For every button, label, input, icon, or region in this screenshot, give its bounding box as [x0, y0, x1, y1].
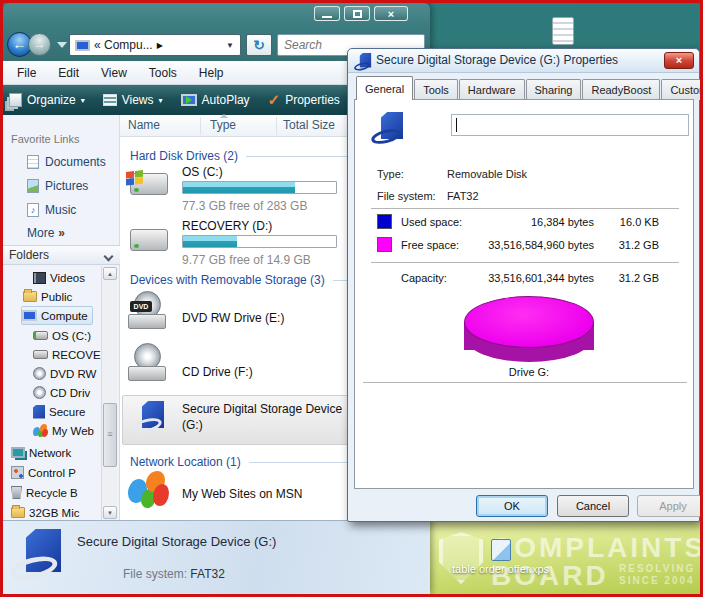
organize-label: Organize: [27, 93, 76, 107]
tab-general[interactable]: General: [356, 76, 413, 100]
tree-item-videos[interactable]: Videos: [33, 268, 85, 287]
sidebar-item-music[interactable]: ♪ Music: [27, 203, 76, 217]
msn-butterfly-icon[interactable]: [128, 471, 172, 511]
scroll-up-icon[interactable]: ▲: [103, 267, 117, 280]
minimize-button[interactable]: [314, 6, 340, 21]
tree-item-secure-digital[interactable]: Secure: [33, 402, 85, 421]
properties-dialog: Secure Digital Storage Device (G:) Prope…: [347, 48, 700, 522]
dvd-drive-icon[interactable]: DVD: [128, 291, 168, 331]
tree-item-recycle-bin[interactable]: Recycle B: [11, 483, 78, 502]
tree-item-network[interactable]: Network: [11, 443, 71, 462]
capacity-bar: [182, 235, 337, 248]
sidebar-more-link[interactable]: More»: [27, 226, 65, 240]
device-name-line1[interactable]: Secure Digital Storage Device: [182, 402, 342, 416]
maximize-button[interactable]: [344, 6, 370, 21]
watermark-subtext: SINCE 2004: [619, 576, 695, 586]
xps-file-icon: [491, 539, 511, 561]
cancel-button[interactable]: Cancel: [557, 495, 629, 517]
dvd-drive-icon: [33, 367, 46, 380]
autoplay-button[interactable]: AutoPlay: [181, 93, 250, 107]
computer-icon: [75, 40, 90, 51]
breadcrumb-arrow-icon[interactable]: ▶: [157, 41, 163, 50]
device-name[interactable]: CD Drive (F:): [182, 365, 253, 379]
free-space-swatch: [377, 237, 392, 252]
details-title: Secure Digital Storage Device (G:): [77, 534, 276, 549]
capacity-bar: [182, 181, 337, 194]
favorite-links-header: Favorite Links: [11, 133, 79, 145]
videos-icon: [33, 272, 46, 284]
sort-ascending-icon: [220, 114, 228, 118]
dialog-title-bar[interactable]: Secure Digital Storage Device (G:) Prope…: [348, 49, 699, 73]
folder-tree: Videos Public Compute OS (C:) RECOVE DVD…: [3, 266, 101, 520]
views-icon: [103, 94, 117, 106]
views-button[interactable]: Views ▾: [103, 93, 163, 107]
column-name[interactable]: Name: [128, 118, 160, 132]
address-dropdown-icon[interactable]: ▼: [226, 41, 234, 50]
desktop-xps-file[interactable]: table order offer.xps: [443, 539, 558, 575]
apply-button[interactable]: Apply: [637, 495, 703, 517]
refresh-button[interactable]: ↻: [246, 34, 272, 56]
tab-customize[interactable]: Customize: [661, 79, 703, 100]
used-space-size: 16.0 KB: [599, 216, 659, 228]
sidebar-item-documents[interactable]: Documents: [27, 155, 106, 169]
cd-drive-icon: [33, 386, 46, 399]
sidebar-item-pictures[interactable]: Pictures: [27, 179, 88, 193]
dialog-close-button[interactable]: ×: [664, 52, 694, 69]
column-total-size[interactable]: Total Size: [283, 118, 335, 132]
address-bar[interactable]: « Compu... ▶ ▼: [69, 34, 241, 56]
device-name[interactable]: DVD RW Drive (E:): [182, 311, 284, 325]
forward-button[interactable]: →: [28, 33, 51, 56]
menu-view[interactable]: View: [101, 66, 127, 80]
tree-item-cd-drive[interactable]: CD Driv: [33, 383, 90, 402]
tab-readyboost[interactable]: ReadyBoost: [582, 79, 660, 100]
capacity-label: Capacity:: [401, 272, 447, 284]
recovery-drive-icon[interactable]: [130, 229, 168, 251]
tab-sharing[interactable]: Sharing: [526, 79, 582, 100]
scrollbar-thumb[interactable]: ≡: [103, 403, 117, 467]
pictures-label: Pictures: [45, 179, 88, 193]
chevron-down-icon: [104, 252, 114, 262]
drive-name[interactable]: OS (C:): [182, 165, 223, 179]
tree-item-recovery[interactable]: RECOVE: [33, 345, 101, 364]
tree-item-computer[interactable]: Compute: [21, 306, 93, 325]
tree-item-my-web[interactable]: My Web: [33, 421, 94, 440]
organize-button[interactable]: Organize ▾: [9, 93, 85, 107]
minimize-icon: [322, 16, 332, 18]
chevron-down-icon: ▾: [159, 96, 163, 105]
drive-name[interactable]: RECOVERY (D:): [182, 219, 272, 233]
tab-hardware[interactable]: Hardware: [459, 79, 525, 100]
menu-tools[interactable]: Tools: [149, 66, 177, 80]
close-button[interactable]: ×: [374, 6, 408, 21]
volume-label-input[interactable]: [451, 114, 689, 136]
dialog-buttons: OK Cancel Apply: [348, 495, 699, 523]
tab-tools[interactable]: Tools: [414, 79, 458, 100]
recent-pages-chevron-icon[interactable]: [57, 42, 67, 48]
msn-butterfly-icon: [33, 424, 48, 437]
properties-button[interactable]: ✓ Properties: [268, 91, 340, 109]
menu-help[interactable]: Help: [199, 66, 224, 80]
recycle-bin-icon: [11, 486, 22, 499]
network-item-name[interactable]: My Web Sites on MSN: [182, 487, 302, 501]
tree-item-public[interactable]: Public: [23, 287, 72, 306]
menu-file[interactable]: File: [17, 66, 36, 80]
tree-item-os-c[interactable]: OS (C:): [33, 326, 91, 345]
device-name-line2[interactable]: (G:): [182, 418, 203, 432]
column-type[interactable]: Type: [210, 118, 236, 132]
details-pane: Secure Digital Storage Device (G:) File …: [3, 520, 430, 594]
ok-button[interactable]: OK: [476, 495, 548, 517]
folders-band[interactable]: Folders: [3, 245, 120, 265]
scroll-down-icon[interactable]: ▼: [103, 506, 117, 519]
double-chevron-icon: »: [58, 226, 65, 240]
more-label: More: [27, 226, 54, 240]
menu-edit[interactable]: Edit: [58, 66, 79, 80]
tree-item-dvd-rw[interactable]: DVD RW: [33, 364, 96, 383]
free-space-label: Free space:: [401, 239, 459, 251]
desktop-document-icon[interactable]: [552, 17, 574, 45]
tree-item-control-panel[interactable]: Control P: [11, 463, 76, 482]
documents-label: Documents: [45, 155, 106, 169]
tree-scrollbar[interactable]: ▲ ≡ ▼: [101, 266, 117, 520]
text-cursor: [456, 118, 457, 132]
cd-drive-icon[interactable]: [128, 343, 168, 383]
free-space-bytes: 33,516,584,960 bytes: [455, 239, 594, 251]
details-file-system: File system: FAT32: [123, 567, 225, 581]
